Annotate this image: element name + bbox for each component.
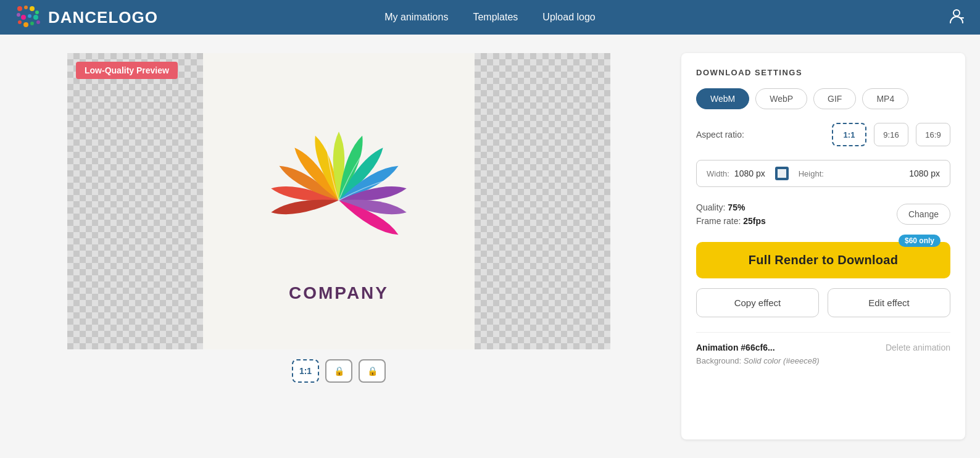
aspect-16-9[interactable]: 16:9 (916, 123, 950, 146)
format-webm[interactable]: WebM (696, 88, 749, 109)
quality-row: Quality: 75% Frame rate: 25fps Change (696, 201, 950, 228)
animation-background: Background: Solid color (#eeece8) (696, 356, 950, 365)
checker-right (475, 53, 610, 349)
format-buttons: WebM WebP GIF MP4 (696, 88, 950, 109)
aspect-ratio-label: Aspect ratio: (696, 130, 824, 139)
nav-my-animations[interactable]: My animations (384, 12, 448, 23)
height-value: 1080 px (909, 169, 940, 178)
svg-point-5 (21, 15, 26, 20)
lock-btn-1[interactable]: 🔒 (325, 359, 352, 383)
action-buttons: Copy effect Edit effect (696, 288, 950, 317)
aspect-9-16[interactable]: 9:16 (874, 123, 908, 146)
nav: My animations Templates Upload logo (384, 12, 595, 23)
svg-point-11 (36, 20, 40, 24)
center-panel: COMPANY (203, 53, 475, 349)
logo-text: DANCELOGO (48, 8, 158, 27)
svg-point-4 (17, 13, 20, 17)
nav-upload-logo[interactable]: Upload logo (542, 12, 595, 23)
logo-preview (259, 99, 419, 278)
background-label: Background: (696, 356, 741, 365)
price-badge: $60 only (899, 235, 941, 247)
company-name: COMPANY (289, 283, 389, 303)
user-icon[interactable] (948, 7, 965, 28)
format-webp[interactable]: WebP (755, 88, 807, 109)
width-value: 1080 px (734, 169, 765, 178)
dimensions-row: Width: 1080 px Height: 1080 px (696, 160, 950, 187)
preview-container: Low-Quality Preview (67, 53, 610, 349)
background-value: Solid color (#eeece8) (744, 356, 820, 365)
download-wrapper: $60 only Full Render to Download (696, 242, 950, 278)
ratio-1-1-btn[interactable]: 1:1 (292, 359, 319, 383)
dimensions-separator (775, 167, 789, 180)
svg-point-9 (23, 22, 28, 27)
logo-icon (15, 4, 42, 31)
animation-id: Animation #66cf6... (696, 343, 886, 352)
low-quality-badge: Low-Quality Preview (76, 62, 178, 79)
header: DANCELOGO My animations Templates Upload… (0, 0, 980, 35)
svg-point-2 (30, 6, 35, 11)
logo-area: DANCELOGO (15, 4, 158, 31)
animation-id-row: Animation #66cf6... Delete animation (696, 343, 950, 352)
nav-templates[interactable]: Templates (473, 12, 518, 23)
settings-title: DOWNLOAD SETTINGS (696, 68, 950, 77)
aspect-ratio-row: Aspect ratio: 1:1 9:16 16:9 (696, 123, 950, 146)
svg-point-7 (33, 15, 38, 20)
svg-point-0 (17, 6, 22, 11)
preview-controls: 1:1 🔒 🔒 (292, 359, 386, 383)
svg-point-1 (24, 6, 28, 9)
checker-left (67, 53, 203, 349)
framerate-label: Frame rate: (696, 216, 741, 226)
quality-value: 75% (728, 202, 745, 212)
svg-point-8 (18, 20, 22, 24)
animation-info: Animation #66cf6... Delete animation Bac… (696, 332, 950, 365)
svg-point-10 (30, 22, 34, 25)
delete-animation-link[interactable]: Delete animation (886, 343, 950, 352)
change-quality-btn[interactable]: Change (897, 204, 950, 225)
main-content: Low-Quality Preview (0, 35, 980, 458)
svg-point-3 (35, 10, 39, 14)
height-label: Height: (799, 169, 824, 178)
edit-effect-btn[interactable]: Edit effect (828, 288, 950, 317)
download-btn[interactable]: Full Render to Download (696, 242, 950, 278)
aspect-1-1[interactable]: 1:1 (832, 123, 866, 146)
quality-label: Quality: (696, 202, 725, 212)
copy-effect-btn[interactable]: Copy effect (696, 288, 819, 317)
settings-panel: DOWNLOAD SETTINGS WebM WebP GIF MP4 Aspe… (681, 53, 965, 439)
format-mp4[interactable]: MP4 (862, 88, 908, 109)
svg-point-6 (28, 14, 31, 18)
format-gif[interactable]: GIF (813, 88, 856, 109)
svg-point-12 (953, 10, 960, 16)
preview-area: Low-Quality Preview (15, 53, 663, 439)
width-label: Width: (707, 169, 729, 178)
lock-btn-2[interactable]: 🔒 (359, 359, 386, 383)
quality-text: Quality: 75% Frame rate: 25fps (696, 201, 897, 228)
framerate-value: 25fps (743, 216, 766, 226)
